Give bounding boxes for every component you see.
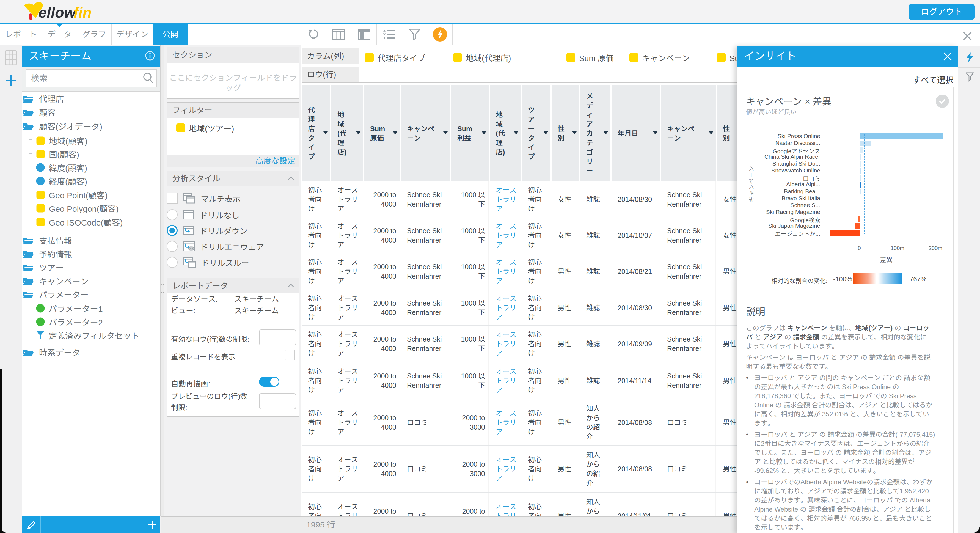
svg-text:fin: fin <box>73 4 92 21</box>
svg-text:ellow: ellow <box>38 4 76 21</box>
